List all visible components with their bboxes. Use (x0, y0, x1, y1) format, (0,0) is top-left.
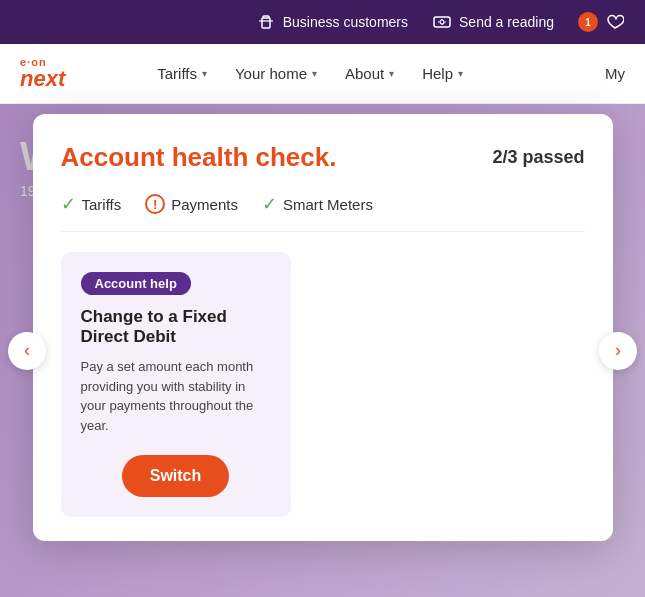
heart-icon (605, 12, 625, 32)
nav-tariffs[interactable]: Tariffs ▾ (145, 44, 219, 104)
notification-count: 1 (578, 12, 598, 32)
tariffs-check-label: Tariffs (82, 196, 122, 213)
logo[interactable]: e·on next (20, 57, 65, 90)
page-background: Wo 192 G t paym paymement iss afterissue… (0, 104, 645, 597)
your-home-chevron-icon: ▾ (312, 68, 317, 79)
logo-next: next (20, 68, 65, 90)
modal-checks: ✓ Tariffs ! Payments ✓ Smart Meters (61, 193, 585, 232)
modal-overlay: Account health check. 2/3 passed ✓ Tarif… (0, 104, 645, 597)
payments-warn-icon: ! (145, 194, 165, 214)
svg-rect-1 (434, 17, 450, 27)
briefcase-icon (256, 12, 276, 32)
tariffs-chevron-icon: ▾ (202, 68, 207, 79)
nav-my-account[interactable]: My (605, 65, 625, 82)
business-customers-link[interactable]: Business customers (256, 12, 408, 32)
smart-meters-check-icon: ✓ (262, 193, 277, 215)
business-customers-label: Business customers (283, 14, 408, 30)
notifications-button[interactable]: 1 (578, 12, 625, 32)
smart-meters-check-label: Smart Meters (283, 196, 373, 213)
nav-items: Tariffs ▾ Your home ▾ About ▾ Help ▾ (145, 44, 605, 104)
modal-header: Account health check. 2/3 passed (61, 142, 585, 173)
svg-rect-0 (262, 18, 270, 28)
check-payments: ! Payments (145, 193, 238, 215)
svg-point-2 (440, 20, 444, 24)
send-reading-link[interactable]: Send a reading (432, 12, 554, 32)
account-help-card: Account help Change to a Fixed Direct De… (61, 252, 291, 517)
payments-check-label: Payments (171, 196, 238, 213)
nav-your-home[interactable]: Your home ▾ (223, 44, 329, 104)
tariffs-check-icon: ✓ (61, 193, 76, 215)
health-check-modal: Account health check. 2/3 passed ✓ Tarif… (33, 114, 613, 541)
top-bar: Business customers Send a reading 1 (0, 0, 645, 44)
send-reading-label: Send a reading (459, 14, 554, 30)
modal-title: Account health check. (61, 142, 337, 173)
carousel-prev-button[interactable]: ‹ (8, 332, 46, 370)
check-tariffs: ✓ Tariffs (61, 193, 122, 215)
carousel-next-button[interactable]: › (599, 332, 637, 370)
switch-button[interactable]: Switch (122, 455, 230, 497)
help-chevron-icon: ▾ (458, 68, 463, 79)
account-help-badge: Account help (81, 272, 191, 295)
main-nav: e·on next Tariffs ▾ Your home ▾ About ▾ … (0, 44, 645, 104)
card-description: Pay a set amount each month providing yo… (81, 357, 271, 435)
modal-score: 2/3 passed (492, 147, 584, 168)
nav-about[interactable]: About ▾ (333, 44, 406, 104)
about-chevron-icon: ▾ (389, 68, 394, 79)
check-smart-meters: ✓ Smart Meters (262, 193, 373, 215)
meter-icon (432, 12, 452, 32)
nav-help[interactable]: Help ▾ (410, 44, 475, 104)
card-title: Change to a Fixed Direct Debit (81, 307, 271, 347)
